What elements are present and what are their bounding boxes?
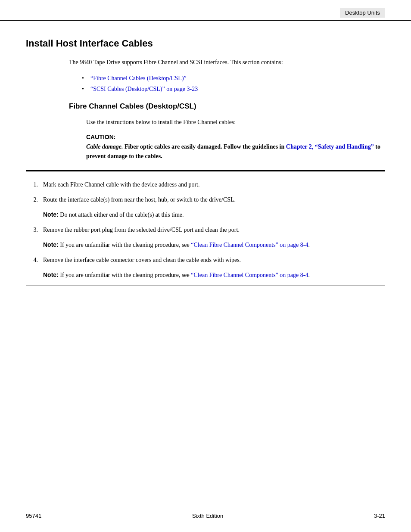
numbered-section: 1. Mark each Fibre Channel cable with th…	[26, 176, 385, 280]
item-text-2: Route the interface cable(s) from near t…	[43, 196, 236, 203]
footer-doc-number: 95741	[26, 513, 41, 519]
item-content-2: Route the interface cable(s) from near t…	[43, 195, 385, 204]
note-label-3: Note:	[43, 241, 59, 248]
subsection-heading: Fibre Channel Cables (Desktop/CSL)	[69, 102, 385, 111]
item-content-1: Mark each Fibre Channel cable with the d…	[43, 180, 385, 189]
bullet-list: “Fibre Channel Cables (Desktop/CSL)” “SC…	[82, 74, 385, 93]
item-text-3: Remove the rubber port plug from the sel…	[43, 227, 240, 233]
page-header: Desktop Units	[0, 0, 411, 21]
numbered-item-3: 3. Remove the rubber port plug from the …	[26, 225, 385, 234]
section-intro: Use the instructions below to install th…	[86, 118, 385, 127]
page-title: Install Host Interface Cables	[26, 38, 385, 49]
clean-fibre-link-4[interactable]: “Clean Fibre Channel Components” on page…	[191, 272, 308, 278]
page-footer: 95741 Sixth Edition 3-21	[0, 509, 411, 519]
clean-fibre-link-3[interactable]: “Clean Fibre Channel Components” on page…	[191, 242, 308, 248]
page: Desktop Units Install Host Interface Cab…	[0, 0, 411, 532]
thick-divider	[26, 170, 385, 171]
safety-handling-link[interactable]: Chapter 2, “Safety and Handling”	[286, 143, 374, 150]
item-number-2: 2.	[26, 195, 43, 204]
fibre-channel-link[interactable]: “Fibre Channel Cables (Desktop/CSL)”	[90, 75, 187, 81]
main-content: Install Host Interface Cables The 9840 T…	[0, 21, 411, 312]
item-content-3: Remove the rubber port plug from the sel…	[43, 225, 385, 234]
caution-label: CAUTION:	[86, 134, 385, 140]
caution-text: Cable damage. Fiber optic cables are eas…	[86, 142, 385, 162]
note-text4-suffix: .	[308, 272, 310, 278]
note-4: Note: If you are unfamiliar with the cle…	[43, 271, 385, 280]
footer-edition: Sixth Edition	[192, 513, 223, 519]
bottom-divider	[26, 286, 385, 286]
note-label-4: Note:	[43, 271, 59, 278]
note-text-2: Do not attach either end of the cable(s)…	[59, 212, 184, 218]
item-text-4: Remove the interface cable connector cov…	[43, 257, 241, 263]
note-label-2: Note:	[43, 211, 59, 218]
list-item: “SCSI Cables (Desktop/CSL)” on page 3-23	[82, 84, 385, 93]
numbered-item-4: 4. Remove the interface cable connector …	[26, 255, 385, 264]
note-2: Note: Do not attach either end of the ca…	[43, 210, 385, 219]
list-item: “Fibre Channel Cables (Desktop/CSL)”	[82, 74, 385, 83]
header-section-label: Desktop Units	[340, 8, 385, 18]
numbered-item-1: 1. Mark each Fibre Channel cable with th…	[26, 180, 385, 189]
caution-block: CAUTION: Cable damage. Fiber optic cable…	[86, 134, 385, 162]
item-content-4: Remove the interface cable connector cov…	[43, 255, 385, 264]
footer-page-number: 3-21	[374, 513, 385, 519]
note-3: Note: If you are unfamiliar with the cle…	[43, 240, 385, 249]
note-text3-suffix: .	[308, 242, 310, 248]
item-number-3: 3.	[26, 225, 43, 234]
note-text-4: If you are unfamiliar with the cleaning …	[59, 272, 191, 278]
item-number-4: 4.	[26, 255, 43, 264]
scsi-cables-link[interactable]: “SCSI Cables (Desktop/CSL)” on page 3-23	[90, 86, 198, 92]
numbered-item-2: 2. Route the interface cable(s) from nea…	[26, 195, 385, 204]
intro-text: The 9840 Tape Drive supports Fibre Chann…	[69, 58, 385, 67]
caution-bold-italic: Cable damage.	[86, 143, 123, 150]
item-text-1: Mark each Fibre Channel cable with the d…	[43, 181, 199, 188]
caution-text-part1: Fiber optic cables are easily damaged. F…	[123, 143, 286, 150]
note-text-3: If you are unfamiliar with the cleaning …	[59, 242, 191, 248]
item-number-1: 1.	[26, 180, 43, 189]
